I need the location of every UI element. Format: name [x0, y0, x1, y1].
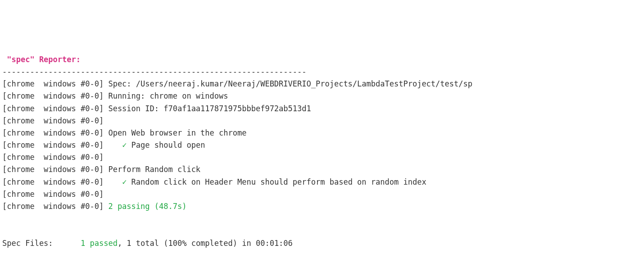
terminal-output: "spec" Reporter:------------------------…: [2, 54, 642, 263]
passing-summary: 2 passing (48.7s): [104, 202, 186, 211]
session-id: Session ID: f70af1aa117871975bbbef972ab5…: [104, 104, 311, 113]
log-prefix: [chrome windows #0-0]: [2, 202, 104, 211]
spec-path: Spec: /Users/neeraj.kumar/Neeraj/WEBDRIV…: [104, 79, 472, 88]
checkmark-icon: ✓: [122, 177, 127, 186]
log-prefix: [chrome windows #0-0]: [2, 141, 104, 150]
log-prefix: [chrome windows #0-0]: [2, 190, 104, 199]
spec-files-total: , 1 total (100% completed) in 00:01:06: [118, 239, 293, 248]
log-prefix: [chrome windows #0-0]: [2, 79, 104, 88]
suite-name: Open Web browser in the chrome: [104, 128, 246, 137]
running-info: Running: chrome on windows: [104, 91, 228, 100]
divider-line: ----------------------------------------…: [2, 66, 642, 78]
reporter-title: "spec" Reporter:: [2, 55, 81, 64]
log-prefix: [chrome windows #0-0]: [2, 116, 104, 125]
suite-name: Perform Random click: [104, 165, 200, 174]
spec-files-passed: 1 passed: [81, 239, 118, 248]
spec-files-label: Spec Files:: [2, 239, 81, 248]
test-indent: [104, 141, 122, 150]
log-prefix: [chrome windows #0-0]: [2, 104, 104, 113]
checkmark-icon: ✓: [122, 141, 127, 150]
test-name: Random click on Header Menu should perfo…: [127, 177, 426, 186]
log-prefix: [chrome windows #0-0]: [2, 177, 104, 186]
log-prefix: [chrome windows #0-0]: [2, 128, 104, 137]
log-prefix: [chrome windows #0-0]: [2, 165, 104, 174]
test-indent: [104, 177, 122, 186]
log-prefix: [chrome windows #0-0]: [2, 153, 104, 162]
log-prefix: [chrome windows #0-0]: [2, 91, 104, 100]
test-name: Page should open: [127, 141, 205, 150]
